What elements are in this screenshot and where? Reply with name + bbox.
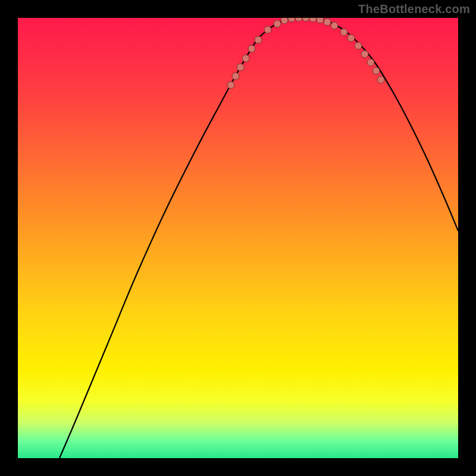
curve-marker <box>367 59 374 66</box>
watermark-text: TheBottleneck.com <box>358 2 470 16</box>
curve-markers <box>227 18 384 89</box>
bottleneck-curve <box>60 18 458 458</box>
curve-marker <box>302 18 309 21</box>
curve-marker <box>255 36 262 43</box>
curve-marker <box>324 18 331 26</box>
curve-marker <box>355 42 362 49</box>
curve-marker <box>309 18 317 22</box>
curve-marker <box>361 51 368 58</box>
curve-marker <box>347 35 355 42</box>
curve-marker <box>248 45 255 52</box>
plot-area <box>18 18 458 458</box>
curve-marker <box>242 55 249 62</box>
curve-svg <box>18 18 458 458</box>
curve-marker <box>372 67 380 74</box>
curve-marker <box>232 73 239 80</box>
curve-marker <box>274 20 281 27</box>
curve-marker <box>288 18 295 22</box>
curve-marker <box>264 26 271 33</box>
curve-marker <box>340 29 347 36</box>
curve-marker <box>281 18 288 24</box>
curve-marker <box>295 18 302 21</box>
curve-marker <box>377 76 384 83</box>
curve-marker <box>227 82 234 89</box>
chart-stage: TheBottleneck.com <box>0 0 476 476</box>
curve-marker <box>317 18 324 23</box>
curve-marker <box>331 22 338 29</box>
curve-marker <box>237 64 244 71</box>
